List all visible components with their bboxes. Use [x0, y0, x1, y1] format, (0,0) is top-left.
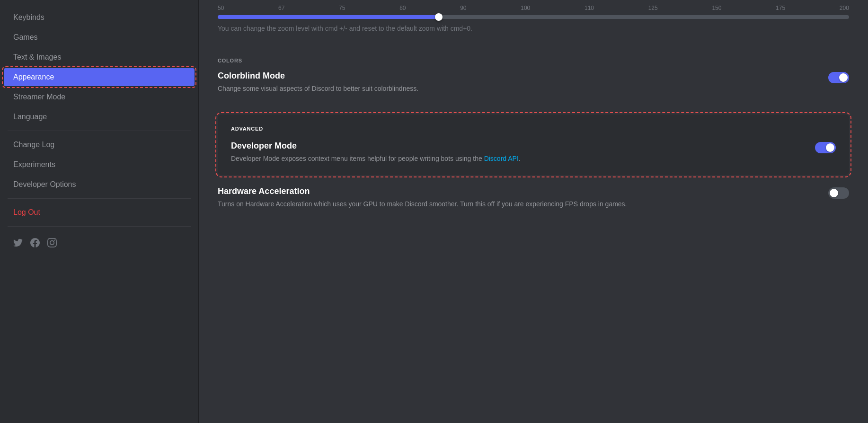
developer-mode-toggle-thumb: [826, 143, 834, 152]
developer-mode-toggle[interactable]: [815, 142, 836, 153]
sidebar-separator-3: [8, 226, 191, 227]
slider-fill: [218, 15, 439, 19]
slider-labels: 50 67 75 80 90 100 110 125 150 175 200: [218, 5, 849, 11]
sidebar: Keybinds Games Text & Images Appearance …: [0, 0, 199, 423]
sidebar-item-games[interactable]: Games: [4, 28, 195, 46]
sidebar-item-appearance[interactable]: Appearance: [4, 68, 195, 86]
zoom-slider-track[interactable]: [218, 15, 849, 19]
slider-thumb[interactable]: [435, 13, 443, 21]
hardware-acceleration-row: Hardware Acceleration Turns on Hardware …: [218, 186, 849, 219]
hardware-acceleration-title: Hardware Acceleration: [218, 186, 809, 196]
social-links: [0, 232, 198, 256]
colors-section: COLORS Colorblind Mode Change some visua…: [218, 58, 849, 103]
advanced-section-label: ADVANCED: [231, 126, 836, 132]
hardware-acceleration-desc: Turns on Hardware Acceleration which use…: [218, 199, 809, 209]
hardware-acceleration-toggle[interactable]: [828, 187, 849, 199]
sidebar-item-language[interactable]: Language: [4, 108, 195, 126]
developer-mode-desc: Developer Mode exposes context menu item…: [231, 154, 796, 164]
discord-api-link[interactable]: Discord API: [484, 155, 519, 162]
sidebar-item-keybinds[interactable]: Keybinds: [4, 9, 195, 26]
developer-mode-info: Developer Mode Developer Mode exposes co…: [231, 141, 815, 164]
developer-mode-row: Developer Mode Developer Mode exposes co…: [231, 141, 836, 164]
advanced-section: ADVANCED Developer Mode Developer Mode e…: [218, 115, 849, 175]
sidebar-item-text-images[interactable]: Text & Images: [4, 48, 195, 66]
instagram-icon[interactable]: [47, 238, 57, 250]
zoom-hint: You can change the zoom level with cmd +…: [218, 25, 849, 32]
hardware-acceleration-info: Hardware Acceleration Turns on Hardware …: [218, 186, 828, 209]
facebook-icon[interactable]: [30, 238, 40, 250]
sidebar-item-change-log[interactable]: Change Log: [4, 136, 195, 154]
sidebar-item-experiments[interactable]: Experiments: [4, 156, 195, 174]
colorblind-row: Colorblind Mode Change some visual aspec…: [218, 71, 849, 103]
developer-mode-title: Developer Mode: [231, 141, 796, 151]
sidebar-item-logout[interactable]: Log Out: [4, 203, 195, 221]
colorblind-toggle[interactable]: [828, 72, 849, 83]
sidebar-item-streamer-mode[interactable]: Streamer Mode: [4, 88, 195, 106]
colorblind-info: Colorblind Mode Change some visual aspec…: [218, 71, 828, 94]
zoom-section: 50 67 75 80 90 100 110 125 150 175 200 Y…: [218, 0, 849, 46]
twitter-icon[interactable]: [13, 238, 23, 250]
sidebar-separator-2: [8, 198, 191, 199]
sidebar-item-developer-options[interactable]: Developer Options: [4, 176, 195, 194]
colors-section-label: COLORS: [218, 58, 849, 63]
hardware-acceleration-toggle-thumb: [830, 189, 838, 197]
sidebar-separator-1: [8, 131, 191, 131]
colorblind-title: Colorblind Mode: [218, 71, 809, 81]
main-content: 50 67 75 80 90 100 110 125 150 175 200 Y…: [199, 0, 868, 423]
colorblind-desc: Change some visual aspects of Discord to…: [218, 84, 809, 94]
colorblind-toggle-thumb: [839, 73, 848, 82]
